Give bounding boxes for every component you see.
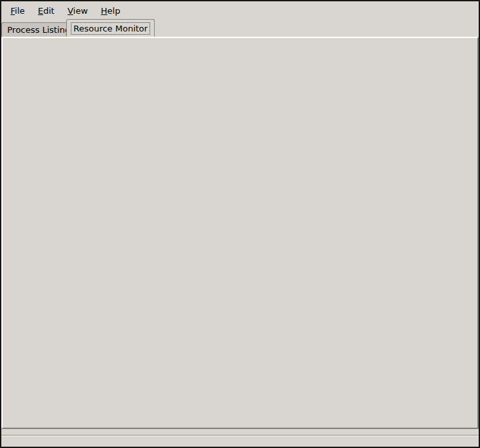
menu-edit[interactable]: Edit [31,3,61,18]
resource-monitor-panel [1,37,479,429]
tab-process-listing[interactable]: Process Listing [1,22,76,37]
tab-label: Resource Monitor [71,22,150,35]
tab-resource-monitor[interactable]: Resource Monitor [66,19,155,37]
tab-bar: Process Listing Resource Monitor [1,20,479,37]
statusbar [1,435,479,445]
menubar: File Edit View Help [1,1,479,20]
system-monitor-window: File Edit View Help Process Listing Reso… [0,0,480,448]
menu-view[interactable]: View [61,3,94,18]
tab-label: Process Listing [7,25,70,35]
menu-file[interactable]: File [4,3,31,18]
menu-help[interactable]: Help [94,3,127,18]
